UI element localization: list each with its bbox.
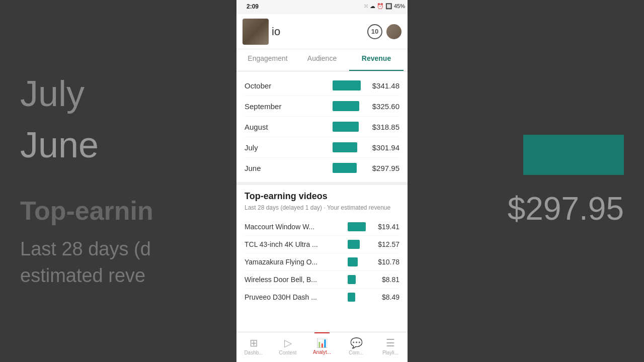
video-amount-3: $10.78: [372, 258, 399, 266]
video-row-5[interactable]: Pruveeo D30H Dash ... $8.49: [245, 289, 399, 306]
video-title-1: Maccourt Window W...: [245, 223, 348, 231]
nav-playlists[interactable]: ☰ Playli...: [373, 332, 408, 362]
tab-engagement[interactable]: Engagement: [240, 49, 295, 71]
channel-thumbnail: [243, 19, 269, 45]
bar-june: [333, 163, 357, 173]
status-battery: 45%: [394, 3, 405, 9]
analytics-icon: 📊: [316, 337, 328, 348]
bg-june-text: June: [20, 124, 216, 165]
nav-dashboard[interactable]: ⊞ Dashb...: [236, 332, 271, 362]
playlists-icon: ☰: [386, 337, 395, 349]
amount-june: $297.95: [367, 164, 399, 172]
revenue-row-august: August $318.85: [245, 117, 399, 137]
top-earning-subtitle: Last 28 days (delayed 1 day) · Your esti…: [245, 204, 399, 212]
revenue-row-july: July $301.94: [245, 137, 399, 158]
video-bar-container-2: [348, 240, 368, 249]
video-bar-container-4: [348, 275, 368, 284]
video-row-2[interactable]: TCL 43-inch 4K Ultra ... $12.57: [245, 236, 399, 253]
app-header: io 10: [236, 14, 408, 49]
video-bar-3: [348, 257, 358, 266]
video-amount-2: $12.57: [372, 240, 399, 248]
video-row-4[interactable]: Wireless Door Bell, B... $8.81: [245, 271, 399, 289]
bar-container-june: [333, 163, 363, 173]
top-earning-title: Top-earning videos: [245, 189, 399, 202]
video-amount-5: $8.49: [372, 293, 399, 301]
video-title-5: Pruveeo D30H Dash ...: [245, 293, 348, 301]
bar-container-july: [333, 142, 363, 152]
status-time: 2:09: [247, 3, 259, 10]
notification-badge[interactable]: 10: [367, 24, 382, 39]
video-bar-4: [348, 275, 356, 284]
revenue-row-october: October $341.48: [245, 75, 399, 96]
top-earning-videos-section: Top-earning videos Last 28 days (delayed…: [236, 185, 408, 310]
month-august: August: [245, 123, 333, 131]
nav-comments[interactable]: 💬 Com...: [339, 332, 373, 362]
header-title: io: [272, 25, 367, 38]
month-september: September: [245, 102, 333, 111]
nav-analytics[interactable]: 📊 Analyt...: [305, 332, 339, 362]
content-area: October $341.48 September $325.60 August…: [236, 71, 408, 332]
bg-bar: [523, 135, 624, 175]
video-bar-1: [348, 222, 366, 231]
video-bar-container-3: [348, 257, 368, 266]
tab-revenue[interactable]: Revenue: [349, 49, 404, 71]
status-icon-grid: ⁙ ☁ ⏰ 🔲: [364, 3, 394, 9]
comments-icon: 💬: [350, 337, 363, 349]
video-amount-1: $19.41: [372, 223, 399, 231]
content-icon: ▷: [284, 337, 292, 349]
monthly-revenue-section: October $341.48 September $325.60 August…: [236, 71, 408, 185]
nav-comments-label: Com...: [349, 350, 363, 355]
bg-price-text: $297.95: [508, 190, 624, 227]
tab-audience[interactable]: Audience: [295, 49, 349, 71]
video-bar-container-1: [348, 222, 368, 231]
video-bar-5: [348, 293, 355, 302]
video-bar-2: [348, 240, 360, 249]
bg-july-text: July: [20, 73, 216, 114]
background-left: July June Top-earnin Last 28 days (d est…: [0, 0, 236, 362]
dashboard-icon: ⊞: [250, 337, 258, 349]
video-bar-container-5: [348, 293, 368, 302]
background-right: $297.95: [408, 0, 644, 362]
tabs-bar: Engagement Audience Revenue: [236, 49, 408, 71]
nav-content-label: Content: [279, 350, 296, 355]
active-indicator: [314, 332, 330, 333]
bar-july: [333, 142, 357, 152]
status-icons: ⁙ ☁ ⏰ 🔲 45%: [364, 3, 405, 10]
video-title-4: Wireless Door Bell, B...: [245, 276, 348, 284]
header-icons: 10: [367, 24, 401, 39]
bottom-nav: ⊞ Dashb... ▷ Content 📊 Analyt... 💬 Com..…: [236, 332, 408, 362]
nav-dashboard-label: Dashb...: [244, 350, 263, 355]
bar-container-september: [333, 101, 363, 111]
bar-september: [333, 101, 359, 111]
video-amount-4: $8.81: [372, 276, 399, 284]
month-july: July: [245, 143, 333, 152]
thumbnail-img: [243, 19, 269, 45]
video-title-3: Yamazakura Flying O...: [245, 258, 348, 266]
video-title-2: TCL 43-inch 4K Ultra ...: [245, 240, 348, 248]
revenue-row-june: June $297.95: [245, 158, 399, 178]
amount-october: $341.48: [367, 81, 399, 90]
month-october: October: [245, 81, 333, 90]
bar-container-august: [333, 122, 363, 132]
bg-topearning-text: Top-earnin: [20, 196, 216, 226]
amount-september: $325.60: [367, 102, 399, 111]
bar-august: [333, 122, 359, 132]
nav-content[interactable]: ▷ Content: [271, 332, 305, 362]
nav-playlists-label: Playli...: [382, 350, 398, 355]
nav-analytics-label: Analyt...: [313, 349, 331, 355]
bg-estrev-text: estimated reve: [20, 262, 216, 289]
user-avatar[interactable]: [386, 24, 401, 39]
video-row-1[interactable]: Maccourt Window W... $19.41: [245, 218, 399, 236]
amount-august: $318.85: [367, 123, 399, 131]
video-row-3[interactable]: Yamazakura Flying O... $10.78: [245, 253, 399, 271]
amount-july: $301.94: [367, 143, 399, 152]
bar-october: [333, 80, 361, 90]
bg-lastdays-text: Last 28 days (d: [20, 236, 216, 262]
month-june: June: [245, 164, 333, 172]
bar-container-october: [333, 80, 363, 90]
revenue-row-september: September $325.60: [245, 96, 399, 117]
